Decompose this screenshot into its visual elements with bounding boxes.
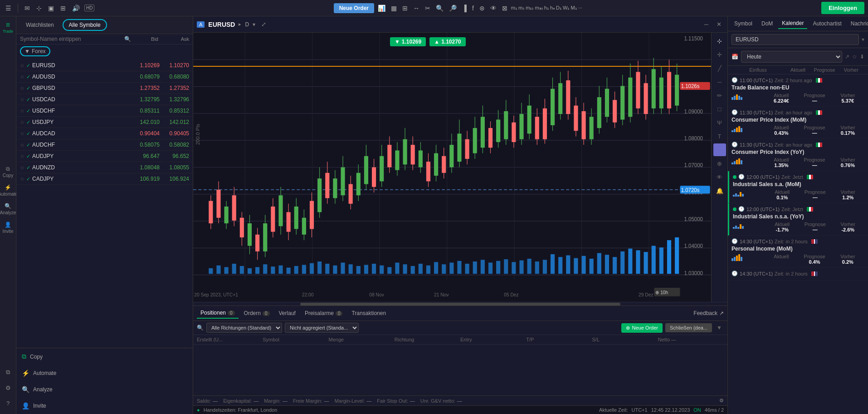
color-picker[interactable] (713, 143, 726, 156)
trend-line-tool[interactable]: ╱ (713, 62, 726, 74)
facebook-icon[interactable]: f (470, 4, 476, 13)
tiles-icon[interactable]: ⊞ (400, 4, 410, 13)
feedback-icon: ↗ (719, 310, 724, 316)
tab-symbol[interactable]: Symbol (731, 18, 756, 29)
tab-kalender[interactable]: Kalender (778, 18, 807, 29)
sidebar-copy-bottom[interactable]: ⧉ (1, 365, 15, 380)
draw-tool[interactable]: ✏ (713, 89, 726, 102)
feedback-link[interactable]: Feedback ↗ (693, 310, 724, 316)
sidebar-icon-trade[interactable]: ≡ Trade (1, 20, 15, 34)
tab-alle-symbole[interactable]: Alle Symbole (63, 19, 107, 31)
list-item[interactable]: ☆ ✓ EURUSD 1.10269 1.10270 (16, 60, 193, 71)
chart-timeframe[interactable]: D (245, 21, 249, 28)
list-item[interactable]: ☆ ✓ USDCHF 0.85311 0.85312 (16, 105, 193, 117)
zoom-tool[interactable]: ⊕ (713, 157, 726, 170)
sidebar-copy[interactable]: ⧉ Copy (0, 163, 16, 181)
tab-autochartist[interactable]: Autochartist (809, 18, 845, 29)
list-item[interactable]: ☆ ✓ AUDJPY 96.647 96.652 (16, 151, 193, 162)
chart-scrollbar-thumb[interactable] (300, 303, 621, 306)
list-item[interactable]: ☆ ✓ CADJPY 106.919 106.924 (16, 173, 193, 185)
bell-tool[interactable]: 🔔 (713, 184, 726, 197)
sidebar-invite[interactable]: 👤 Invite (0, 219, 16, 237)
close-dropdown-icon[interactable]: ▼ (715, 324, 724, 332)
star-calendar-icon[interactable]: ☆ (852, 54, 857, 60)
share-icon[interactable]: ↗ (845, 54, 849, 60)
neue-order-button-top[interactable]: Neue Order (334, 3, 374, 13)
search-icon[interactable]: 🔍 (124, 36, 131, 42)
hd-icon[interactable]: HD (84, 5, 94, 11)
einloggen-button[interactable]: Einloggen (821, 2, 864, 14)
tab-watchlisten[interactable]: Watchlisten (20, 19, 60, 31)
cursor-tool[interactable]: ⊹ (713, 34, 726, 47)
close-chart-icon[interactable]: ✕ (714, 20, 724, 29)
eye-tool[interactable]: 👁 (713, 171, 726, 183)
layout-icon[interactable]: ▦ (389, 4, 399, 13)
sidebar-settings[interactable]: ⚙ (1, 380, 15, 395)
sidebar-analyze[interactable]: 🔍 Analyze (0, 200, 16, 218)
gear-icon-status[interactable]: ⚙ (719, 398, 724, 404)
neue-order-bottom-button[interactable]: ⊕ Neue Order (621, 323, 662, 333)
tab-positionen[interactable]: Positionen 0 (197, 308, 239, 319)
expand-icon[interactable]: ⤢ (259, 20, 268, 29)
sell-price: 1.10269 (402, 39, 421, 45)
schliessen-button[interactable]: Schließen (dea... (665, 323, 712, 332)
filter-richtungen[interactable]: Alle Richtungen (Standard) (206, 323, 282, 333)
svg-rect-165 (403, 264, 407, 274)
tab-preisalarme[interactable]: Preisalarme 0 (301, 308, 346, 318)
bar-4 (738, 158, 740, 164)
tab-ordern[interactable]: Ordern 0 (240, 308, 273, 318)
minimize-icon[interactable]: ─ (702, 20, 711, 29)
hamburger-menu-icon[interactable]: ☰ (4, 4, 13, 13)
tab-nachrichten[interactable]: Nachrichten (847, 18, 868, 29)
list-item[interactable]: ☆ ✓ GBPUSD 1.27352 1.27352 (16, 83, 193, 94)
chart-scrollbar[interactable] (193, 302, 727, 306)
list-item[interactable]: ☆ ✓ AUDUSD 0.68079 0.68080 (16, 71, 193, 83)
sidebar-help[interactable]: ? (1, 396, 15, 410)
eye-icon[interactable]: 👁 (488, 4, 498, 13)
filter-aggregiert[interactable]: Nicht aggregiert (Standa... (285, 323, 359, 333)
speaker-icon[interactable]: 🔊 (70, 4, 82, 13)
cursor-icon[interactable]: ⊹ (34, 4, 44, 13)
arrow-icon[interactable]: ↔ (411, 4, 421, 13)
scissors-icon[interactable]: ✂ (423, 4, 432, 13)
prognose-label-3: Prognose (798, 157, 831, 163)
status-margin-level: Margin-Level: — (335, 398, 372, 404)
nav-analyze[interactable]: 🔍 Analyze (16, 381, 193, 398)
tab-positionen-label: Positionen (200, 310, 226, 316)
search-input[interactable] (20, 36, 124, 42)
download-icon[interactable]: ⬇ (860, 54, 864, 60)
chart-main[interactable]: ▼ 1.10269 ▲ 1.10270 (193, 33, 711, 302)
layers-icon[interactable]: ⊛ (478, 4, 487, 13)
vorher-val-3: 0.76% (831, 163, 864, 168)
sidebar-automate[interactable]: ⚡ Automate (0, 182, 16, 199)
list-item[interactable]: ☆ ✓ USDJPY 142.010 142.012 (16, 117, 193, 128)
market-icon[interactable]: ⊠ (500, 4, 509, 13)
crosshair-tool[interactable]: ✛ (713, 48, 726, 61)
nav-copy[interactable]: ⧉ Copy (16, 348, 193, 365)
zoom-out-icon[interactable]: 🔎 (447, 4, 458, 13)
screen-icon[interactable]: ▣ (46, 4, 56, 13)
date-select[interactable]: Heute (741, 51, 842, 63)
list-item[interactable]: ☆ ✓ AUDNZD 1.08048 1.08055 (16, 162, 193, 173)
tab-dom[interactable]: DoM (758, 18, 776, 29)
list-item[interactable]: ☆ ✓ AUDCAD 0.90404 0.90405 (16, 128, 193, 139)
tab-verlauf[interactable]: Verlauf (275, 308, 299, 318)
shapes-tool[interactable]: □ (713, 103, 726, 115)
list-item[interactable]: ☆ ✓ AUDCHF 0.58075 0.58082 (16, 139, 193, 151)
fib-tool[interactable]: Ψ (713, 116, 726, 129)
chart-type-icon[interactable]: 📊 (376, 4, 387, 13)
text-tool[interactable]: T (713, 130, 726, 143)
nav-automate[interactable]: ⚡ Automate (16, 365, 193, 381)
grid-icon[interactable]: ⊞ (59, 4, 68, 13)
bars-icon[interactable]: ▐ (460, 4, 468, 13)
zoom-in-icon[interactable]: 🔍 (434, 4, 445, 13)
chart-svg: 1.11500 1.10000 1.09000 1.08000 1.07000 … (193, 33, 711, 302)
nav-invite[interactable]: 👤 Invite (16, 398, 193, 414)
forex-header[interactable]: ▼ Forex (20, 46, 50, 56)
list-item[interactable]: ☆ ✓ USDCAD 1.32795 1.32796 (16, 94, 193, 105)
bar-4 (740, 224, 741, 229)
horizontal-line-tool[interactable]: ─ (713, 75, 726, 88)
email-icon[interactable]: ✉ (23, 4, 32, 13)
symbol-search-input[interactable] (731, 34, 859, 45)
tab-transaktionen[interactable]: Transaktionen (348, 308, 390, 318)
